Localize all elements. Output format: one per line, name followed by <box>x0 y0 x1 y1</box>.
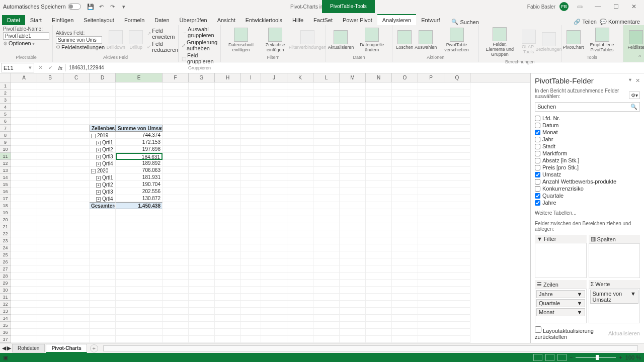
cell[interactable] <box>11 287 37 294</box>
cell[interactable] <box>116 287 163 294</box>
cell[interactable] <box>392 188 418 195</box>
cell[interactable] <box>418 118 444 125</box>
tab-developer[interactable]: Entwicklertools <box>240 15 287 25</box>
cell[interactable] <box>418 125 444 132</box>
field-item[interactable]: Datum <box>535 122 640 129</box>
cell[interactable] <box>215 244 241 251</box>
cell[interactable] <box>37 125 63 132</box>
cell[interactable] <box>261 118 287 125</box>
cell[interactable] <box>63 209 90 216</box>
cell[interactable] <box>261 280 287 287</box>
cell[interactable] <box>37 336 63 343</box>
spreadsheet-grid[interactable]: ABCDEFGHIJKLMNOPQ 1234567Zeilenbeschrift… <box>0 73 530 343</box>
fx-icon[interactable]: fx <box>55 65 65 71</box>
cell[interactable] <box>392 287 418 294</box>
cell[interactable]: +Qrtl4 <box>90 160 116 167</box>
cell[interactable] <box>392 329 418 336</box>
col-header-G[interactable]: G <box>189 73 215 82</box>
cell[interactable] <box>366 308 392 315</box>
cell[interactable] <box>163 216 189 223</box>
cell[interactable] <box>163 195 189 202</box>
cell[interactable] <box>63 244 90 251</box>
cell[interactable] <box>366 104 392 111</box>
cell[interactable] <box>163 273 189 280</box>
cell[interactable] <box>241 202 261 209</box>
cell[interactable]: 181.931 <box>116 174 163 181</box>
select-all-corner[interactable] <box>0 73 11 82</box>
cell[interactable] <box>11 89 37 97</box>
cell[interactable] <box>90 104 116 111</box>
cell[interactable] <box>241 97 261 104</box>
clear-button[interactable]: Löschen <box>395 29 414 51</box>
cell[interactable] <box>366 153 392 160</box>
cell[interactable] <box>444 167 470 174</box>
tab-review[interactable]: Überprüfen <box>175 15 212 25</box>
cell[interactable] <box>418 294 444 301</box>
page-layout-view-icon[interactable] <box>545 354 554 361</box>
columns-drop-area[interactable]: ▥Spalten <box>589 235 640 278</box>
cell[interactable] <box>215 202 241 209</box>
cell[interactable] <box>63 202 90 209</box>
cell[interactable] <box>116 258 163 265</box>
cell[interactable] <box>163 244 189 251</box>
cell[interactable] <box>63 139 90 146</box>
cell[interactable] <box>287 104 313 111</box>
cell[interactable] <box>392 216 418 223</box>
cell[interactable] <box>163 294 189 301</box>
cell[interactable]: 744.374 <box>116 132 163 139</box>
accept-formula-icon[interactable]: ✓ <box>45 64 55 71</box>
cell[interactable] <box>90 301 116 308</box>
cell[interactable] <box>366 181 392 188</box>
cell[interactable] <box>340 132 366 139</box>
cell[interactable] <box>63 223 90 230</box>
cell[interactable] <box>90 315 116 322</box>
cell[interactable] <box>163 315 189 322</box>
cell[interactable] <box>340 195 366 202</box>
expand-icon[interactable]: + <box>96 141 101 145</box>
cell[interactable]: 130.872 <box>116 195 163 202</box>
cell[interactable] <box>340 181 366 188</box>
cell[interactable] <box>63 153 90 160</box>
cell[interactable] <box>11 160 37 167</box>
cell[interactable] <box>189 167 215 174</box>
cell[interactable] <box>63 237 90 244</box>
cell[interactable]: 190.704 <box>116 181 163 188</box>
cell[interactable] <box>261 301 287 308</box>
cell[interactable] <box>313 188 340 195</box>
cell[interactable] <box>163 287 189 294</box>
change-source-button[interactable]: Datenquelle ändern <box>355 27 389 54</box>
cell[interactable] <box>261 132 287 139</box>
cell[interactable] <box>444 280 470 287</box>
row-header[interactable]: 31 <box>0 294 11 301</box>
cell[interactable] <box>11 209 37 216</box>
cell[interactable] <box>287 153 313 160</box>
values-drop-area[interactable]: ΣWerte Summe von Umsatz▼ <box>589 280 640 323</box>
redo-icon[interactable]: ↷ <box>109 3 116 10</box>
cell[interactable] <box>366 258 392 265</box>
cell[interactable] <box>37 97 63 104</box>
cell[interactable] <box>241 160 261 167</box>
add-sheet-button[interactable]: + <box>90 344 98 352</box>
cell[interactable] <box>366 329 392 336</box>
cell[interactable]: Summe von Umsatz <box>116 125 163 132</box>
cell[interactable] <box>261 216 287 223</box>
cell[interactable] <box>366 223 392 230</box>
cell[interactable] <box>261 188 287 195</box>
cell[interactable] <box>116 82 163 89</box>
cell[interactable] <box>261 209 287 216</box>
cell[interactable] <box>287 258 313 265</box>
cell[interactable] <box>215 118 241 125</box>
cell[interactable] <box>261 181 287 188</box>
cell[interactable] <box>418 209 444 216</box>
row-header[interactable]: 4 <box>0 104 11 111</box>
col-header-O[interactable]: O <box>392 73 418 82</box>
cell[interactable] <box>287 89 313 97</box>
row-header[interactable]: 8 <box>0 132 11 139</box>
row-header[interactable]: 28 <box>0 273 11 280</box>
cell[interactable] <box>418 188 444 195</box>
cell[interactable] <box>11 111 37 118</box>
cell[interactable] <box>163 97 189 104</box>
cell[interactable] <box>63 301 90 308</box>
cell[interactable] <box>313 146 340 153</box>
field-item[interactable]: Lfd. Nr. <box>535 115 640 122</box>
